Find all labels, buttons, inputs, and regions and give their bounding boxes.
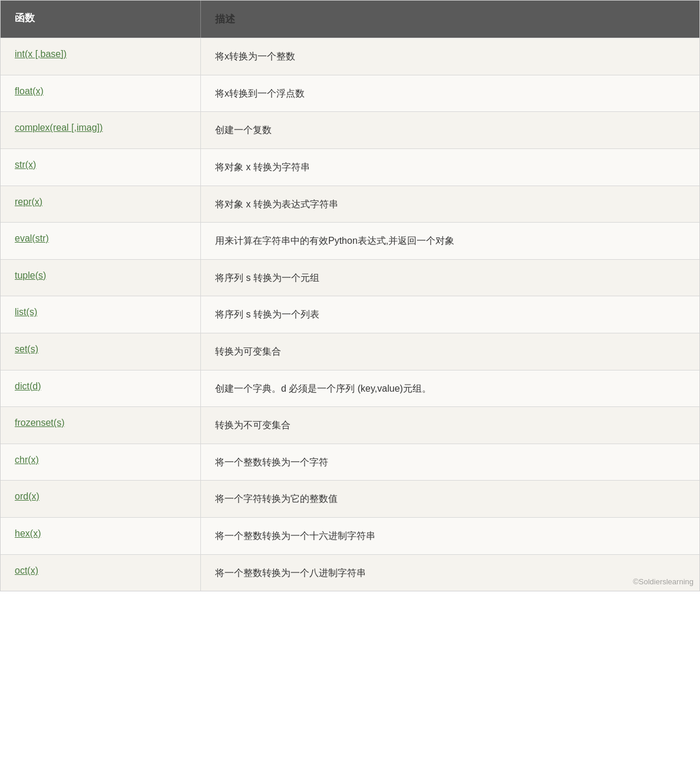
func-link[interactable]: chr(x) (15, 455, 39, 465)
func-cell: str(x) (1, 149, 201, 186)
desc-text: 将对象 x 转换为字符串 (215, 162, 310, 172)
func-link[interactable]: str(x) (15, 160, 36, 170)
desc-cell: 用来计算在字符串中的有效Python表达式,并返回一个对象 (201, 223, 699, 259)
func-link[interactable]: oct(x) (15, 565, 38, 575)
func-cell: list(s) (1, 296, 201, 333)
table-row: dict(d) 创建一个字典。d 必须是一个序列 (key,value)元组。 (1, 370, 699, 407)
func-cell: chr(x) (1, 444, 201, 481)
func-cell: eval(str) (1, 223, 201, 259)
table-row: float(x) 将x转换到一个浮点数 (1, 75, 699, 112)
func-cell: ord(x) (1, 481, 201, 517)
func-cell: repr(x) (1, 186, 201, 223)
table-row: complex(real [,imag]) 创建一个复数 (1, 111, 699, 148)
table-row: oct(x) 将一个整数转换为一个八进制字符串©Soldierslearning (1, 554, 699, 591)
desc-cell: 将一个整数转换为一个八进制字符串©Soldierslearning (201, 555, 699, 591)
func-cell: hex(x) (1, 518, 201, 554)
desc-cell: 将一个整数转换为一个十六进制字符串 (201, 518, 699, 554)
desc-cell: 将序列 s 转换为一个列表 (201, 296, 699, 333)
func-link[interactable]: list(s) (15, 307, 37, 317)
desc-text: 将一个整数转换为一个字符 (215, 457, 328, 467)
desc-text: 创建一个字典。d 必须是一个序列 (key,value)元组。 (215, 383, 431, 393)
func-link[interactable]: ord(x) (15, 491, 39, 501)
desc-text: 将一个整数转换为一个十六进制字符串 (215, 531, 375, 541)
desc-text: 转换为可变集合 (215, 346, 281, 356)
table-row: tuple(s) 将序列 s 转换为一个元组 (1, 259, 699, 296)
table-row: ord(x) 将一个字符转换为它的整数值 (1, 480, 699, 517)
desc-text: 将x转换为一个整数 (215, 51, 295, 61)
func-link[interactable]: float(x) (15, 86, 44, 96)
table-row: hex(x) 将一个整数转换为一个十六进制字符串 (1, 517, 699, 554)
table-row: repr(x) 将对象 x 转换为表达式字符串 (1, 186, 699, 223)
func-cell: set(s) (1, 333, 201, 370)
func-link[interactable]: complex(real [,imag]) (15, 123, 103, 133)
table-row: int(x [,base]) 将x转换为一个整数 (1, 38, 699, 75)
desc-text: 将一个字符转换为它的整数值 (215, 494, 338, 504)
desc-text: 创建一个复数 (215, 125, 272, 135)
table-row: list(s) 将序列 s 转换为一个列表 (1, 296, 699, 333)
func-cell: float(x) (1, 75, 201, 112)
desc-cell: 将对象 x 转换为表达式字符串 (201, 186, 699, 223)
desc-text: 将序列 s 转换为一个列表 (215, 309, 319, 319)
header-desc-label: 描述 (215, 14, 235, 25)
desc-cell: 将对象 x 转换为字符串 (201, 149, 699, 186)
func-link[interactable]: tuple(s) (15, 270, 46, 280)
table-body: int(x [,base]) 将x转换为一个整数 float(x) 将x转换到一… (1, 38, 699, 591)
table-row: chr(x) 将一个整数转换为一个字符 (1, 444, 699, 481)
table-row: set(s) 转换为可变集合 (1, 333, 699, 370)
desc-cell: 转换为不可变集合 (201, 407, 699, 444)
func-link[interactable]: int(x [,base]) (15, 49, 67, 59)
func-link[interactable]: eval(str) (15, 233, 49, 243)
desc-cell: 创建一个字典。d 必须是一个序列 (key,value)元组。 (201, 370, 699, 407)
desc-cell: 转换为可变集合 (201, 333, 699, 370)
func-link[interactable]: hex(x) (15, 528, 41, 538)
func-cell: dict(d) (1, 370, 201, 407)
func-cell: oct(x) (1, 555, 201, 591)
desc-cell: 将x转换到一个浮点数 (201, 75, 699, 112)
func-link[interactable]: frozenset(s) (15, 418, 64, 428)
desc-text: 将对象 x 转换为表达式字符串 (215, 199, 338, 209)
table-header: 函数 描述 (1, 1, 699, 38)
desc-cell: 将一个字符转换为它的整数值 (201, 481, 699, 517)
watermark: ©Soldierslearning (633, 576, 694, 588)
func-cell: int(x [,base]) (1, 38, 201, 75)
func-link[interactable]: dict(d) (15, 381, 41, 391)
desc-cell: 将序列 s 转换为一个元组 (201, 260, 699, 296)
desc-text: 用来计算在字符串中的有效Python表达式,并返回一个对象 (215, 236, 454, 246)
table-row: eval(str) 用来计算在字符串中的有效Python表达式,并返回一个对象 (1, 222, 699, 259)
desc-text: 将序列 s 转换为一个元组 (215, 273, 319, 283)
func-link[interactable]: set(s) (15, 344, 38, 354)
func-cell: tuple(s) (1, 260, 201, 296)
header-func-label: 函数 (15, 12, 35, 24)
func-link[interactable]: repr(x) (15, 197, 42, 207)
desc-text: 将一个整数转换为一个八进制字符串 (215, 568, 366, 578)
header-desc: 描述 (201, 1, 699, 38)
desc-cell: 将x转换为一个整数 (201, 38, 699, 75)
table-row: frozenset(s) 转换为不可变集合 (1, 406, 699, 444)
desc-cell: 创建一个复数 (201, 112, 699, 148)
table-row: str(x) 将对象 x 转换为字符串 (1, 148, 699, 186)
func-cell: complex(real [,imag]) (1, 112, 201, 148)
desc-text: 将x转换到一个浮点数 (215, 88, 305, 98)
desc-cell: 将一个整数转换为一个字符 (201, 444, 699, 481)
desc-text: 转换为不可变集合 (215, 420, 290, 430)
header-func: 函数 (1, 1, 201, 38)
func-cell: frozenset(s) (1, 407, 201, 444)
main-table: 函数 描述 int(x [,base]) 将x转换为一个整数 float(x) … (0, 0, 700, 591)
